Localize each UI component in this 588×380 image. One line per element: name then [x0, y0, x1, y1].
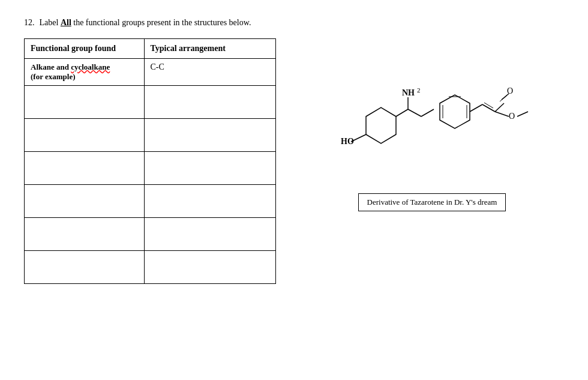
question-header: 12. Label All the functional groups pres… — [24, 18, 564, 28]
empty-col1 — [25, 119, 145, 152]
empty-col1 — [25, 86, 145, 119]
molecule-diagram: HO NH 2 — [324, 44, 540, 188]
svg-line-4 — [408, 109, 421, 116]
svg-line-3 — [396, 109, 408, 116]
svg-text:HO: HO — [341, 137, 354, 146]
table-row: Alkane and cycloalkane (for example) C-C — [25, 59, 276, 86]
label-text: Label — [40, 18, 61, 27]
table-row — [25, 185, 276, 218]
molecule-svg: HO NH 2 — [324, 44, 540, 188]
svg-line-13 — [470, 104, 482, 112]
right-panel: HO NH 2 — [300, 38, 564, 211]
table-row — [25, 119, 276, 152]
svg-text:O: O — [509, 112, 515, 121]
page: 12. Label All the functional groups pres… — [0, 0, 588, 380]
svg-text:NH: NH — [402, 88, 415, 97]
table-row — [25, 152, 276, 185]
svg-line-15 — [484, 103, 493, 108]
empty-col2 — [144, 119, 276, 152]
svg-line-18 — [500, 95, 507, 101]
caption-text: Derivative of Tazarotene in Dr. Y's drea… — [367, 198, 497, 207]
svg-text:O: O — [507, 86, 513, 95]
svg-marker-9 — [440, 95, 470, 128]
question-after: the functional groups present in the str… — [71, 18, 251, 27]
cc-arrangement: C-C — [144, 59, 276, 86]
empty-col1 — [25, 185, 145, 218]
empty-col2 — [144, 218, 276, 251]
table-row — [25, 218, 276, 251]
empty-col1 — [25, 251, 145, 284]
cycloalkane-label: cycloalkane — [71, 62, 110, 71]
svg-line-16 — [495, 103, 504, 112]
alkane-label: Alkane and — [31, 62, 71, 71]
table-row — [25, 86, 276, 119]
header-col1: Functional group found — [25, 39, 145, 59]
alkane-cell: Alkane and cycloalkane (for example) — [25, 59, 145, 86]
empty-col2 — [144, 185, 276, 218]
svg-marker-0 — [366, 107, 396, 143]
functional-groups-table: Functional group found Typical arrangeme… — [24, 38, 276, 284]
empty-col1 — [25, 152, 145, 185]
empty-col2 — [144, 152, 276, 185]
table-header-row: Functional group found Typical arrangeme… — [25, 39, 276, 59]
header-col2: Typical arrangement — [144, 39, 276, 59]
empty-col1 — [25, 218, 145, 251]
table-row — [25, 251, 276, 284]
svg-line-20 — [495, 112, 509, 116]
question-number: 12. — [24, 18, 35, 28]
caption-box: Derivative of Tazarotene in Dr. Y's drea… — [358, 193, 506, 211]
table-container: Functional group found Typical arrangeme… — [24, 38, 276, 284]
for-example-label: (for example) — [31, 72, 75, 81]
svg-line-8 — [421, 109, 434, 116]
empty-col2 — [144, 86, 276, 119]
empty-col2 — [144, 251, 276, 284]
svg-line-22 — [517, 112, 528, 116]
question-text: Label All the functional groups present … — [40, 18, 251, 28]
content-area: Functional group found Typical arrangeme… — [24, 38, 564, 284]
underline-word: All — [61, 18, 71, 27]
svg-text:2: 2 — [417, 86, 421, 94]
